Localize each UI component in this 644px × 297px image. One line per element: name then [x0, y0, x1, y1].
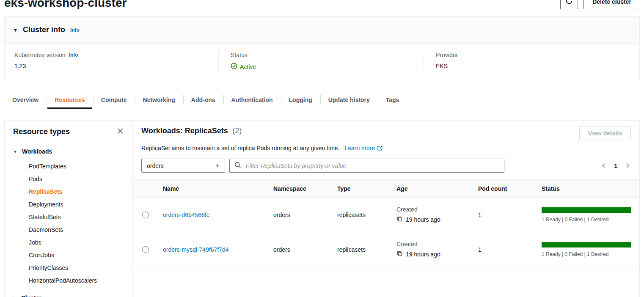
provider-value: EKS: [436, 63, 631, 69]
next-page-icon[interactable]: [625, 162, 631, 169]
sidebar-item-deployments[interactable]: Deployments: [29, 198, 124, 211]
search-icon: [234, 162, 241, 170]
resources-content: Resource types ▼ Workloads PodTemplates …: [4, 120, 640, 297]
page-header: eks-workshop-cluster Delete cluster: [0, 0, 644, 12]
replicasets-table: Name Namespace Type Age Pod count Status…: [133, 179, 639, 267]
sidebar-item-pods[interactable]: Pods: [29, 173, 124, 185]
tab-overview[interactable]: Overview: [4, 91, 47, 109]
age-label: Created: [396, 206, 468, 213]
cluster-info-header[interactable]: ▼ Cluster info Info: [5, 16, 639, 44]
row-radio[interactable]: [142, 246, 149, 253]
provider-label: Provider: [436, 52, 458, 58]
row-age: Created 19 hours ago: [391, 206, 473, 223]
panel-heading: Workloads: ReplicaSets: [141, 126, 228, 135]
namespace-filter-value: orders: [147, 162, 164, 169]
sidebar-item-cronjobs[interactable]: CronJobs: [29, 249, 124, 261]
sidebar-item-jobs[interactable]: Jobs: [29, 236, 124, 249]
chevron-down-icon: ▼: [13, 149, 17, 154]
pagination: 1: [600, 162, 631, 169]
tree-group-workloads[interactable]: ▼ Workloads: [13, 148, 124, 155]
age-value: 19 hours ago: [406, 216, 440, 223]
tab-tags[interactable]: Tags: [378, 91, 407, 109]
status-text: 1 Ready | 0 Failed | 1 Desired: [542, 217, 631, 223]
learn-more-link[interactable]: Learn more: [344, 145, 383, 151]
search-input[interactable]: [245, 162, 499, 170]
tab-add-ons[interactable]: Add-ons: [183, 91, 223, 109]
cluster-info-body: Kubernetes version Info 1.23 Status Acti…: [5, 44, 639, 81]
column-type: Type: [332, 185, 391, 192]
copy-icon[interactable]: [396, 216, 403, 223]
table-header: Name Namespace Type Age Pod count Status: [133, 179, 639, 198]
column-pod-count: Pod count: [473, 185, 532, 192]
delete-cluster-button[interactable]: Delete cluster: [583, 0, 640, 9]
tree-group-workloads-label: Workloads: [22, 148, 52, 155]
sidebar-item-statefulsets[interactable]: StatefulSets: [29, 211, 124, 223]
refresh-button[interactable]: [560, 0, 578, 9]
resource-types-sidebar: Resource types ▼ Workloads PodTemplates …: [4, 120, 133, 297]
tab-compute[interactable]: Compute: [93, 91, 135, 109]
sidebar-item-replicasets[interactable]: ReplicaSets: [29, 185, 124, 198]
status-text: 1 Ready | 0 Failed | 1 Desired: [542, 251, 631, 257]
row-namespace: orders: [268, 246, 332, 253]
row-status: 1 Ready | 0 Failed | 1 Desired: [532, 242, 639, 257]
tab-networking[interactable]: Networking: [135, 91, 183, 109]
row-radio[interactable]: [142, 212, 149, 218]
table-row: orders-d6b4566fc orders replicasets Crea…: [133, 198, 639, 232]
replicaset-link[interactable]: orders-d6b4566fc: [163, 212, 209, 218]
tab-resources[interactable]: Resources: [47, 91, 93, 109]
status-check-icon: [231, 63, 237, 71]
tree-group-cluster-label: Cluster: [21, 294, 41, 297]
learn-more-label: Learn more: [344, 145, 375, 151]
age-label: Created: [396, 241, 468, 248]
panel-count: (2): [232, 126, 242, 135]
panel-description: ReplicaSet aims to maintain a set of rep…: [141, 145, 339, 151]
external-link-icon: [377, 146, 383, 152]
collapse-caret-icon: ▼: [13, 28, 18, 33]
resource-types-title: Resource types: [13, 127, 70, 136]
age-value: 19 hours ago: [406, 251, 440, 258]
view-details-button[interactable]: View details: [579, 126, 631, 140]
namespace-filter-dropdown[interactable]: orders ▼: [141, 159, 225, 173]
column-status: Status: [532, 185, 639, 192]
status-field: Status Active: [218, 52, 424, 71]
row-pod-count: 1: [473, 246, 532, 253]
tree-group-cluster[interactable]: ▶ Cluster: [13, 294, 124, 297]
row-status: 1 Ready | 0 Failed | 1 Desired: [532, 207, 639, 223]
resource-tree: ▼ Workloads PodTemplates Pods ReplicaSet…: [13, 148, 124, 297]
cluster-info-info-link[interactable]: Info: [70, 27, 80, 33]
sidebar-item-horizontalpodautoscalers[interactable]: HorizontalPodAutoscalers: [29, 274, 124, 287]
current-page[interactable]: 1: [614, 162, 617, 169]
refresh-icon: [565, 0, 573, 6]
tab-authentication[interactable]: Authentication: [223, 91, 281, 109]
sidebar-item-priorityclasses[interactable]: PriorityClasses: [29, 261, 124, 274]
cluster-info-title: Cluster info: [23, 25, 65, 34]
status-bar: [542, 207, 631, 213]
status-bar: [542, 242, 631, 248]
close-icon[interactable]: [117, 127, 124, 136]
kubernetes-version-value: 1.23: [14, 63, 210, 69]
row-pod-count: 1: [473, 212, 532, 218]
page-title: eks-workshop-cluster: [4, 0, 640, 10]
panel-heading-wrap: Workloads: ReplicaSets (2): [141, 126, 242, 135]
sidebar-item-daemonsets[interactable]: DaemonSets: [29, 223, 124, 236]
tab-logging[interactable]: Logging: [281, 91, 320, 109]
kubernetes-version-info-link[interactable]: Info: [69, 52, 78, 58]
search-box: [229, 159, 504, 173]
tab-update-history[interactable]: Update history: [320, 91, 378, 109]
copy-icon[interactable]: [396, 250, 403, 258]
dropdown-caret-icon: ▼: [215, 163, 220, 168]
column-namespace: Namespace: [268, 185, 332, 192]
cluster-tabs: Overview Resources Compute Networking Ad…: [0, 91, 644, 109]
column-name: Name: [158, 185, 268, 192]
sidebar-item-podtemplates[interactable]: PodTemplates: [29, 160, 124, 173]
row-type: replicasets: [332, 246, 391, 253]
header-actions: Delete cluster: [560, 0, 640, 9]
previous-page-icon[interactable]: [600, 162, 607, 169]
chevron-right-icon: ▶: [13, 296, 17, 297]
row-type: replicasets: [332, 212, 391, 218]
replicaset-link[interactable]: orders-mysql-749f67f7d4: [163, 246, 229, 253]
table-row: orders-mysql-749f67f7d4 orders replicase…: [133, 232, 639, 267]
column-age: Age: [391, 185, 473, 192]
kubernetes-version-label: Kubernetes version: [14, 52, 66, 58]
row-age: Created 19 hours ago: [391, 241, 473, 258]
